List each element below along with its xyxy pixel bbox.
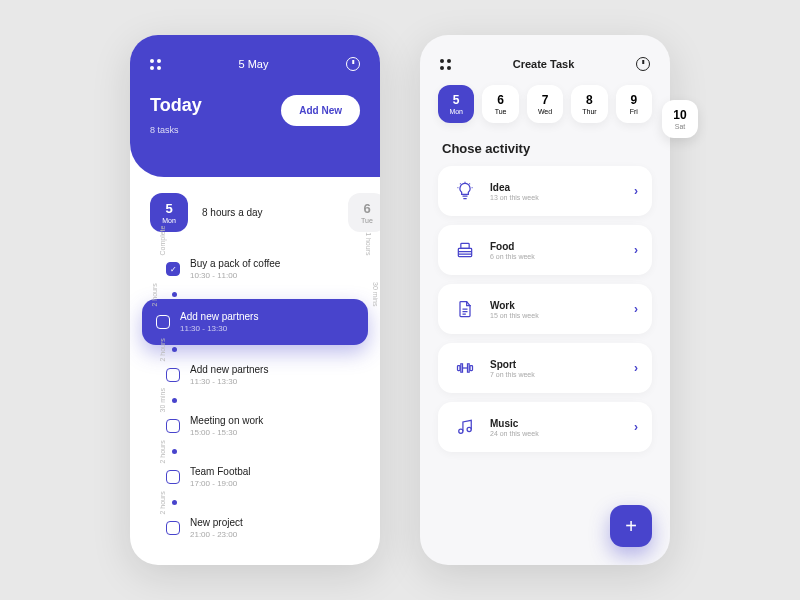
svg-rect-3 xyxy=(470,366,473,371)
task-name: Add new partners xyxy=(180,311,258,322)
task-time: 17:00 - 19:00 xyxy=(190,479,251,488)
task-time: 11:30 - 13:30 xyxy=(180,324,258,333)
date-chip-extra[interactable]: 10 Sat xyxy=(662,100,698,138)
svg-rect-2 xyxy=(458,366,461,371)
day-chip-next[interactable]: 6 Tue xyxy=(348,193,380,232)
activity-name: Food xyxy=(490,241,622,252)
chevron-right-icon: › xyxy=(634,420,638,434)
menu-icon[interactable] xyxy=(150,59,161,70)
date-picker: 5Mon6Tue7Wed8Thur9Fri xyxy=(420,85,670,123)
timeline-dot xyxy=(172,292,177,297)
task-list: CompleteBuy a pack of coffee10:30 - 11:0… xyxy=(130,248,380,565)
svg-rect-4 xyxy=(461,364,463,372)
task-item[interactable]: 30 minsMeeting on work15:00 - 15:30 xyxy=(150,405,360,447)
timeline-dot xyxy=(172,398,177,403)
duration-label: 2 hours xyxy=(159,440,166,463)
day-chip-selected[interactable]: 5 Mon xyxy=(150,193,188,232)
duration-label: 2 hours xyxy=(159,338,166,361)
sport-icon xyxy=(452,355,478,381)
clock-icon[interactable] xyxy=(636,57,650,71)
activity-item[interactable]: Idea13 on this week› xyxy=(438,166,652,216)
timeline-dot xyxy=(172,500,177,505)
idea-icon xyxy=(452,178,478,204)
date-chip[interactable]: 5Mon xyxy=(438,85,474,123)
hours-label: 8 hours a day xyxy=(202,207,263,218)
activity-count: 7 on this week xyxy=(490,371,622,378)
task-name: Add new partners xyxy=(190,364,268,375)
duration-label: 30 mins xyxy=(159,388,166,413)
checkbox-icon[interactable] xyxy=(166,521,180,535)
activity-item[interactable]: Food6 on this week› xyxy=(438,225,652,275)
task-item[interactable]: 2 hoursAdd new partners11:30 - 13:3030 m… xyxy=(142,299,368,345)
activity-name: Idea xyxy=(490,182,622,193)
heading-block: Today 8 tasks xyxy=(150,95,202,137)
checkbox-icon[interactable] xyxy=(166,419,180,433)
section-heading: Chose activity xyxy=(420,123,670,166)
activity-name: Sport xyxy=(490,359,622,370)
duration-label: 30 mins xyxy=(373,282,380,307)
page-title: Create Task xyxy=(513,58,575,70)
menu-icon[interactable] xyxy=(440,59,451,70)
task-time: 11:30 - 13:30 xyxy=(190,377,268,386)
timeline-dot xyxy=(172,347,177,352)
work-icon xyxy=(452,296,478,322)
activity-name: Work xyxy=(490,300,622,311)
clock-icon[interactable] xyxy=(346,57,360,71)
today-screen: 5 May Today 8 tasks Add New 5 Mon 8 hour… xyxy=(130,35,380,565)
activity-count: 6 on this week xyxy=(490,253,622,260)
svg-rect-1 xyxy=(461,243,469,248)
duration-label: 2 hours xyxy=(159,491,166,514)
add-new-button[interactable]: Add New xyxy=(281,95,360,126)
checkbox-icon[interactable] xyxy=(166,470,180,484)
add-button[interactable]: + xyxy=(610,505,652,547)
page-title: Today xyxy=(150,95,202,116)
date-chip[interactable]: 6Tue xyxy=(482,85,518,123)
checkbox-icon[interactable] xyxy=(166,262,180,276)
duration-label: 1 hours xyxy=(365,232,372,255)
activity-item[interactable]: Music24 on this week› xyxy=(438,402,652,452)
task-name: Buy a pack of coffee xyxy=(190,258,280,269)
date-chip[interactable]: 9Fri xyxy=(616,85,652,123)
chevron-right-icon: › xyxy=(634,184,638,198)
task-name: New project xyxy=(190,517,243,528)
chevron-right-icon: › xyxy=(634,361,638,375)
date-chip[interactable]: 7Wed xyxy=(527,85,563,123)
svg-point-6 xyxy=(459,429,463,433)
task-item[interactable]: 2 hoursNew project21:00 - 23:00 xyxy=(150,507,360,549)
task-time: 21:00 - 23:00 xyxy=(190,530,243,539)
date-chip[interactable]: 8Thur xyxy=(571,85,607,123)
duration-label: Complete xyxy=(159,226,166,256)
timeline-dot xyxy=(172,449,177,454)
music-icon xyxy=(452,414,478,440)
duration-label: 2 hours xyxy=(151,283,158,306)
activity-count: 13 on this week xyxy=(490,194,622,201)
header: 5 May Today 8 tasks Add New xyxy=(130,35,380,177)
chevron-right-icon: › xyxy=(634,302,638,316)
task-name: Team Footbal xyxy=(190,466,251,477)
activity-name: Music xyxy=(490,418,622,429)
activity-count: 15 on this week xyxy=(490,312,622,319)
task-time: 10:30 - 11:00 xyxy=(190,271,280,280)
checkbox-icon[interactable] xyxy=(166,368,180,382)
day-row: 5 Mon 8 hours a day 6 Tue xyxy=(130,177,380,248)
task-name: Meeting on work xyxy=(190,415,263,426)
svg-rect-5 xyxy=(468,364,470,372)
chevron-right-icon: › xyxy=(634,243,638,257)
activity-item[interactable]: Sport7 on this week› xyxy=(438,343,652,393)
task-count: 8 tasks xyxy=(150,125,179,135)
svg-rect-0 xyxy=(458,248,471,256)
date-title: 5 May xyxy=(239,58,269,70)
food-icon xyxy=(452,237,478,263)
checkbox-icon[interactable] xyxy=(156,315,170,329)
activity-count: 24 on this week xyxy=(490,430,622,437)
task-item[interactable]: CompleteBuy a pack of coffee10:30 - 11:0… xyxy=(150,248,360,290)
task-time: 15:00 - 15:30 xyxy=(190,428,263,437)
activity-item[interactable]: Work15 on this week› xyxy=(438,284,652,334)
task-item[interactable]: 2 hoursAdd new partners11:30 - 13:30 xyxy=(150,354,360,396)
create-task-screen: Create Task 5Mon6Tue7Wed8Thur9Fri Chose … xyxy=(420,35,670,565)
task-item[interactable]: 2 hoursTeam Footbal17:00 - 19:00 xyxy=(150,456,360,498)
activity-list: Idea13 on this week›Food6 on this week›W… xyxy=(420,166,670,452)
